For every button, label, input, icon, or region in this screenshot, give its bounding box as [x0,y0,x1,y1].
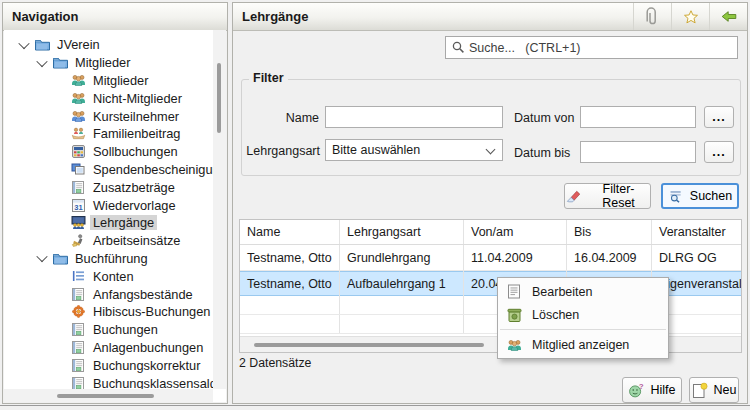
page-title: Lehrgänge [233,3,633,30]
tree-item-label: Zusatzbeträge [90,180,178,195]
lehrgaenge-header: Lehrgänge [233,3,747,31]
datum-von-field[interactable] [580,106,696,128]
star-button[interactable] [671,3,709,30]
tree-item-buchungskorrektur[interactable]: Buchungskorrektur [4,356,213,374]
column-header-von-am[interactable]: Von/am [464,220,567,244]
copies-icon [70,163,86,175]
filter-reset-button[interactable]: Filter-Reset [564,183,651,209]
datum-bis-picker-button[interactable]: ... [704,141,734,163]
table-row[interactable]: Testname, OttoGrundlehrgang11.04.200916.… [240,245,741,271]
notebook-icon [70,288,86,301]
course-icon [70,216,86,229]
folder-icon [52,56,68,69]
expander-chevron-icon[interactable] [36,251,47,262]
back-arrow-button[interactable] [709,3,747,30]
tree-item-spendenbescheinigungen[interactable]: Spendenbescheinigungen [4,161,213,179]
datum-von-label: Datum von [514,107,574,129]
table-cell: 11.04.2009 [464,245,567,270]
tree-item-label: Arbeitseinsätze [90,233,184,248]
expander-chevron-icon[interactable] [36,56,47,67]
new-document-icon [692,382,708,399]
tree-item-kursteilnehmer[interactable]: Kursteilnehmer [4,107,213,125]
back-arrow-icon [721,8,737,25]
tree-item-hibiscus-buchungen[interactable]: Hibiscus-Buchungen [4,303,213,321]
table-cell: Testname, Otto [240,245,340,270]
table-cell: DLRG OG [652,245,741,270]
worker-icon [70,234,86,247]
empty-table-cell [240,296,340,314]
notebook-icon [70,377,86,390]
nav-vertical-scrollbar[interactable] [213,30,226,389]
tree-item-anlagenbuchungen[interactable]: Anlagenbuchungen [4,339,213,357]
tree-item-label: Wiedervorlage [90,198,179,213]
lehrgangsart-label: Lehrgangsart [243,140,320,162]
tree-item-label: Buchungen [90,322,161,337]
tree-item-mitglieder[interactable]: Mitglieder [4,54,213,72]
datum-bis-field[interactable] [580,141,696,163]
application-window: { "navigation": { "title": "Navigation",… [0,0,750,410]
notebook-icon [70,359,86,372]
notebook-icon [70,181,86,194]
column-header-bis[interactable]: Bis [567,220,652,244]
scrollbar-thumb[interactable] [217,63,221,133]
neu-button[interactable]: Neu [689,377,739,403]
column-header-lehrgangsart[interactable]: Lehrgangsart [340,220,464,244]
paperclip-icon [645,7,661,27]
name-field[interactable] [325,106,503,128]
search-icon [450,41,466,54]
menu-item-bearbeiten[interactable]: Bearbeiten [498,280,668,303]
notebook-icon [70,341,86,354]
paperclip-button[interactable] [633,3,671,30]
tree-item-label: Nicht-Mitglieder [90,91,185,106]
member-icon [505,339,523,351]
tree-item-nicht-mitglieder[interactable]: Nicht-Mitglieder [4,89,213,107]
hilfe-button[interactable]: ? Hilfe [622,377,682,403]
members-icon [70,74,86,86]
tree-item-label: Spendenbescheinigungen [90,162,226,177]
nav-horizontal-scrollbar[interactable] [4,389,213,402]
star-icon [683,7,699,27]
tree-item-arbeitseins-tze[interactable]: Arbeitseinsätze [4,232,213,250]
menu-item-label: Löschen [532,308,579,322]
scrollbar-thumb[interactable] [57,394,154,398]
menu-separator [500,329,666,330]
scrollbar-thumb[interactable] [254,343,484,347]
tree-item-familienbeitrag[interactable]: Familienbeitrag [4,125,213,143]
lehrgangsart-select[interactable]: Bitte auswählen [325,139,503,161]
tree-item-label: Mitglieder [90,73,151,88]
menu-item-label: Mitglied anzeigen [532,338,629,352]
tree-item-lehrg-nge[interactable]: Lehrgänge [4,214,213,232]
empty-table-cell [340,296,464,314]
column-header-veranstalter[interactable]: Veranstalter [652,220,741,244]
suchen-button[interactable]: Suchen [661,183,739,209]
tree-item-mitglieder[interactable]: Mitglieder [4,72,213,90]
tree-item-wiedervorlage[interactable]: 31Wiedervorlage [4,196,213,214]
menu-item-l-schen[interactable]: Löschen [498,303,668,326]
lehrgaenge-panel: Lehrgänge Filter Name Lehrgangsart Bitte… [232,2,748,404]
tree-item-buchungen[interactable]: Buchungen [4,321,213,339]
record-count: 2 Datensätze [239,356,311,370]
svg-text:?: ? [639,382,644,391]
chevron-down-icon [486,145,496,155]
datum-von-picker-button[interactable]: ... [704,106,734,128]
tree-item-konten[interactable]: Konten [4,267,213,285]
folder-icon [52,252,68,265]
table-search-icon [668,189,684,204]
tree-item-label: Sollbuchungen [90,144,181,159]
trash-icon [505,308,523,322]
tree-item-anfangsbest-nde[interactable]: Anfangsbestände [4,285,213,303]
navigation-tree: JVereinMitgliederMitgliederNicht-Mitglie… [4,36,213,392]
window-bottom-border [0,405,750,406]
tree-item-sollbuchungen[interactable]: Sollbuchungen [4,143,213,161]
table-cell: 16.04.2009 [567,245,652,270]
column-header-name[interactable]: Name [240,220,340,244]
tree-item-zusatzbetr-ge[interactable]: Zusatzbeträge [4,178,213,196]
search-input[interactable] [445,36,738,59]
tree-item-label: Anlagenbuchungen [90,340,206,355]
tree-item-label: Buchungskorrektur [90,358,203,373]
filter-reset-label: Filter-Reset [587,182,650,210]
tree-item-buchf-hrung[interactable]: Buchführung [4,250,213,268]
menu-item-mitglied-anzeigen[interactable]: Mitglied anzeigen [498,333,668,356]
expander-chevron-icon[interactable] [18,38,29,49]
tree-item-jverein[interactable]: JVerein [4,36,213,54]
